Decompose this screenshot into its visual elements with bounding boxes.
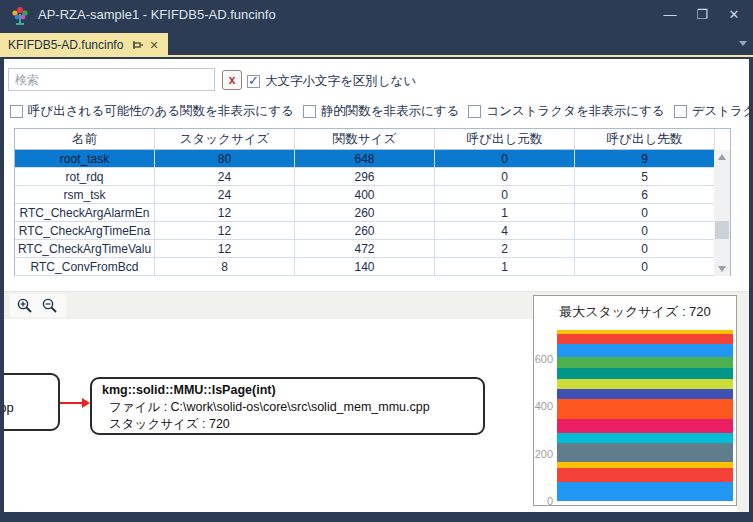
- bar-segment: [557, 344, 733, 357]
- column-header[interactable]: 関数サイズ: [295, 129, 435, 149]
- table-cell: RTC_ConvFromBcd: [15, 258, 155, 275]
- table-cell: 12: [155, 204, 295, 221]
- table-cell: 80: [155, 150, 295, 167]
- table-row[interactable]: RTC_CheckArgTimeEna1226040: [15, 222, 715, 240]
- table-cell: rsm_tsk: [15, 186, 155, 203]
- table-cell: 24: [155, 168, 295, 185]
- function-table: 名前スタックサイズ関数サイズ呼び出し元数呼び出し先数root_task80648…: [14, 128, 731, 276]
- bar-segment: [557, 334, 733, 344]
- zoom-out-icon[interactable]: [41, 297, 58, 314]
- bar-segment: [557, 468, 733, 482]
- table-row[interactable]: RTC_CheckArgTimeValu1247220: [15, 240, 715, 258]
- filter-label: 呼び出される可能性のある関数を非表示にする: [28, 103, 294, 120]
- table-cell: 1: [435, 204, 575, 221]
- stacked-bar: [557, 330, 733, 501]
- filter-option-2[interactable]: コンストラクタを非表示にする: [468, 103, 664, 120]
- column-header[interactable]: 呼び出し元数: [435, 129, 575, 149]
- case-insensitive-checkbox[interactable]: [247, 75, 260, 88]
- caller-node[interactable]: u.cpp: [4, 373, 60, 431]
- filter-options-row: 呼び出される可能性のある関数を非表示にする静的関数を非表示にするコンストラクタを…: [10, 103, 749, 120]
- title-bar: AP-RZA-sample1 - KFIFDB5-AD.funcinfo — ❐…: [0, 0, 753, 30]
- table-cell: 296: [295, 168, 435, 185]
- tab-close-icon[interactable]: ✕: [146, 37, 162, 53]
- column-header[interactable]: スタックサイズ: [155, 129, 295, 149]
- table-cell: 6: [575, 186, 715, 203]
- scroll-up-icon[interactable]: [714, 150, 730, 164]
- filter-checkbox[interactable]: [10, 105, 23, 118]
- tab-list-dropdown-icon[interactable]: [739, 41, 747, 46]
- filter-option-1[interactable]: 静的関数を非表示にする: [303, 103, 460, 120]
- chart-title: 最大スタックサイズ : 720: [534, 303, 736, 321]
- stack-size-chart: 最大スタックサイズ : 720 0200400600: [533, 295, 737, 506]
- table-row[interactable]: rsm_tsk2440006: [15, 186, 715, 204]
- table-cell: 24: [155, 186, 295, 203]
- bar-segment: [557, 399, 733, 419]
- table-header-row: 名前スタックサイズ関数サイズ呼び出し元数呼び出し先数: [15, 129, 715, 150]
- call-arrow: [60, 402, 84, 404]
- y-tick-label: 400: [534, 400, 553, 412]
- close-button[interactable]: ✕: [719, 0, 749, 30]
- graph-scrollbar-track[interactable]: [737, 292, 749, 512]
- table-cell: 2: [435, 240, 575, 257]
- table-cell: 0: [575, 222, 715, 239]
- filter-checkbox[interactable]: [303, 105, 316, 118]
- funcinfo-panel: x 大文字小文字を区別しない 呼び出される可能性のある関数を非表示にする静的関数…: [4, 59, 749, 512]
- caller-node-label: u.cpp: [4, 400, 14, 415]
- table-cell: 12: [155, 240, 295, 257]
- window-title: AP-RZA-sample1 - KFIFDB5-AD.funcinfo: [38, 0, 276, 30]
- search-clear-button[interactable]: x: [222, 70, 242, 90]
- tab-label: KFIFDB5-AD.funcinfo: [8, 38, 130, 52]
- table-cell: 5: [575, 168, 715, 185]
- table-cell: rot_rdq: [15, 168, 155, 185]
- filter-option-0[interactable]: 呼び出される可能性のある関数を非表示にする: [10, 103, 294, 120]
- table-row[interactable]: RTC_CheckArgAlarmEn1226010: [15, 204, 715, 222]
- table-cell: 0: [435, 168, 575, 185]
- maximize-button[interactable]: ❐: [687, 0, 717, 30]
- table-cell: 0: [575, 258, 715, 275]
- filter-checkbox[interactable]: [674, 105, 687, 118]
- pin-icon[interactable]: [130, 37, 146, 53]
- y-tick-label: 0: [534, 495, 553, 507]
- table-cell: 1: [435, 258, 575, 275]
- filter-checkbox[interactable]: [468, 105, 481, 118]
- app-window: AP-RZA-sample1 - KFIFDB5-AD.funcinfo — ❐…: [0, 0, 753, 522]
- table-cell: 648: [295, 150, 435, 167]
- case-insensitive-option[interactable]: 大文字小文字を区別しない: [247, 72, 416, 90]
- bar-segment: [557, 433, 733, 443]
- function-node-title: kmg::solid::MMU::IsPage(int): [102, 382, 483, 399]
- function-node[interactable]: kmg::solid::MMU::IsPage(int) ファイル : C:\w…: [90, 377, 485, 435]
- zoom-in-icon[interactable]: [16, 297, 33, 314]
- tab-funcinfo[interactable]: KFIFDB5-AD.funcinfo ✕: [0, 33, 168, 57]
- scrollbar-thumb[interactable]: [715, 221, 729, 239]
- bar-segment: [557, 482, 733, 501]
- filter-label: コンストラクタを非表示にする: [486, 103, 664, 120]
- column-header[interactable]: 呼び出し先数: [575, 129, 715, 149]
- tab-bar: KFIFDB5-AD.funcinfo ✕: [0, 30, 753, 57]
- table-cell: 8: [155, 258, 295, 275]
- table-row[interactable]: rot_rdq2429605: [15, 168, 715, 186]
- call-arrow-head-icon: [82, 398, 90, 408]
- table-scrollbar[interactable]: [714, 150, 730, 276]
- filter-label: デストラクタを: [692, 103, 749, 120]
- table-cell: 472: [295, 240, 435, 257]
- bar-segment: [557, 357, 733, 368]
- bar-segment: [557, 368, 733, 379]
- zoom-tool-group: [10, 294, 66, 317]
- search-input[interactable]: [8, 68, 215, 91]
- table-cell: 9: [575, 150, 715, 167]
- bar-segment: [557, 419, 733, 433]
- table-cell: 140: [295, 258, 435, 275]
- table-cell: root_task: [15, 150, 155, 167]
- scroll-down-icon[interactable]: [714, 262, 730, 276]
- filter-option-3[interactable]: デストラクタを: [674, 103, 749, 120]
- table-row[interactable]: root_task8064809: [15, 150, 715, 168]
- column-header[interactable]: 名前: [15, 129, 155, 149]
- minimize-button[interactable]: —: [655, 0, 685, 30]
- table-cell: RTC_CheckArgTimeValu: [15, 240, 155, 257]
- filter-label: 静的関数を非表示にする: [321, 103, 460, 120]
- y-tick-label: 200: [534, 448, 553, 460]
- table-cell: 0: [575, 204, 715, 221]
- app-logo-icon: [9, 4, 31, 26]
- table-row[interactable]: RTC_ConvFromBcd814010: [15, 258, 715, 276]
- table-cell: 400: [295, 186, 435, 203]
